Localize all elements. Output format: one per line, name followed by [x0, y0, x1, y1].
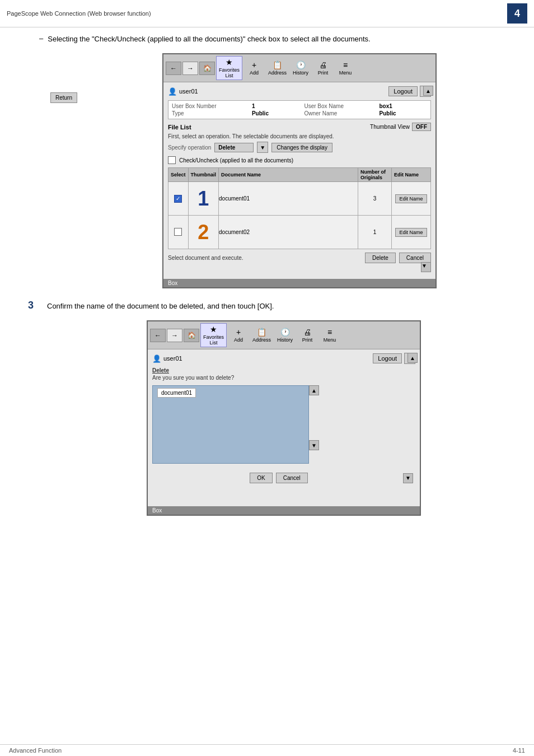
favorites-tab-2[interactable]: ★ Favorites List: [200, 323, 227, 347]
doc2-originals-cell: 1: [358, 216, 392, 249]
cancel-button-2[interactable]: Cancel: [276, 473, 308, 483]
delete-button-1[interactable]: Delete: [365, 253, 396, 263]
scroll-down-list[interactable]: ▼: [309, 440, 319, 450]
instruction-block: – Selecting the "Check/Uncheck (applied …: [17, 34, 517, 44]
box-label-bar-1: Box: [163, 279, 435, 287]
scroll-up-arrow[interactable]: ▲: [423, 86, 433, 96]
print-tab[interactable]: 🖨 Print: [312, 59, 334, 77]
doc1-name-cell: document01: [219, 182, 358, 216]
history-tab[interactable]: 🕐 History: [290, 59, 311, 77]
menu-tab[interactable]: ≡ Menu: [335, 59, 356, 77]
forward-button[interactable]: →: [182, 62, 198, 75]
col-thumbnail-header: Thumbnail: [188, 168, 219, 182]
favorites-label: Favorites: [219, 67, 240, 73]
doc2-editname-cell[interactable]: Edit Name: [392, 216, 431, 249]
scroll-down-arrow-1[interactable]: ▼: [421, 262, 431, 272]
address-icon: 📋: [273, 60, 282, 69]
doc1-edit-name-button[interactable]: Edit Name: [395, 194, 427, 203]
file-list-label: File List: [168, 124, 191, 130]
address-tab[interactable]: 📋 Address: [266, 59, 289, 77]
file-list-header: File List Thumbnail View OFF: [168, 123, 431, 131]
select-all-checkbox[interactable]: [168, 156, 176, 164]
logout-button-1[interactable]: Logout: [388, 86, 418, 96]
home-button-2[interactable]: 🏠: [184, 329, 199, 342]
print-tab-2[interactable]: 🖨 Print: [297, 326, 318, 344]
instruction-text: Selecting the "Check/Uncheck (applied to…: [48, 34, 370, 44]
browser-window-2-wrapper: ← → 🏠 ★ Favorites List + Add 📋 Address: [50, 320, 517, 516]
col-select-header: Select: [168, 168, 189, 182]
doc2-thumb-cell: 2: [188, 216, 219, 249]
change-display-button[interactable]: Changes the display: [271, 143, 332, 152]
home-button[interactable]: 🏠: [199, 62, 215, 75]
user-bar-2: 👤 user01 Logout ?: [152, 353, 415, 364]
return-button[interactable]: Return: [50, 92, 77, 103]
page-content-1: ▲ 👤 user01 Logout ? User Box Number 1: [163, 82, 435, 279]
page-footer: Advanced Function 4-11: [0, 744, 534, 756]
footer-left: Advanced Function: [9, 747, 62, 754]
doc1-select-cell[interactable]: ✓: [168, 182, 189, 216]
address-label-2: Address: [252, 337, 271, 343]
favorites-tab[interactable]: ★ Favorites List: [216, 56, 242, 80]
delete-doc-item: document01: [157, 388, 196, 398]
menu-label: Menu: [339, 70, 352, 76]
delete-doc-list: document01: [152, 385, 309, 464]
scroll-down-arrow-2[interactable]: ▼: [403, 473, 413, 483]
user-icon-1: 👤: [168, 87, 177, 96]
box-number-value: 1: [252, 103, 300, 109]
scroll-up-arrow-2[interactable]: ▲: [407, 353, 418, 363]
logout-button-2[interactable]: Logout: [373, 353, 402, 363]
back-button[interactable]: ←: [166, 62, 181, 75]
menu-icon: ≡: [343, 60, 348, 69]
info-text: First, select an operation. The selectab…: [168, 133, 431, 139]
print-icon-2: 🖨: [303, 328, 311, 337]
main-content: – Selecting the "Check/Uncheck (applied …: [0, 27, 534, 534]
favorites-icon-2: ★: [210, 325, 217, 334]
step-3-number: 3: [28, 300, 41, 311]
doc1-checkbox[interactable]: ✓: [174, 195, 182, 203]
specify-op-label: Specify operation: [168, 144, 211, 151]
dropdown-arrow[interactable]: ▼: [257, 142, 268, 153]
box-info-1: User Box Number 1 User Box Name box1 Typ…: [168, 100, 431, 119]
doc1-editname-cell[interactable]: Edit Name: [392, 182, 431, 216]
history-label: History: [293, 70, 308, 76]
box-label-bar-2: Box: [148, 506, 420, 515]
table-row: 2 document02 1 Edit Name: [168, 216, 431, 249]
address-icon-2: 📋: [257, 328, 266, 337]
box-type-label: Type: [172, 110, 247, 116]
select-execute-text: Select document and execute.: [168, 255, 243, 261]
box-name-value: box1: [380, 103, 428, 109]
doc2-select-cell[interactable]: [168, 216, 189, 249]
print-label: Print: [318, 70, 329, 76]
forward-button-2[interactable]: →: [167, 329, 182, 342]
box-number-label: User Box Number: [172, 103, 247, 109]
history-tab-2[interactable]: 🕐 History: [274, 326, 296, 344]
favorites-icon: ★: [226, 58, 233, 67]
back-button-2[interactable]: ←: [150, 329, 166, 342]
doc2-thumbnail: 2: [198, 221, 209, 244]
doc2-edit-name-button[interactable]: Edit Name: [395, 228, 427, 237]
thumbnail-off-button[interactable]: OFF: [412, 123, 431, 131]
page-header: PageScope Web Connection (Web browser fu…: [0, 0, 534, 27]
add-tab-2[interactable]: + Add: [228, 326, 249, 344]
col-originals-header: Number of Originals: [358, 168, 392, 182]
add-label: Add: [250, 70, 259, 76]
col-edit-name-header: Edit Name: [392, 168, 431, 182]
operation-select[interactable]: Delete: [214, 143, 254, 152]
col-doc-name-header: Document Name: [219, 168, 358, 182]
browser-window-1-wrapper: Return ← → 🏠 ★ Favorites List + Add 📋: [50, 53, 517, 300]
favorites-label-2: Favorites: [203, 334, 224, 340]
address-tab-2[interactable]: 📋 Address: [250, 326, 273, 344]
username-2: user01: [163, 355, 182, 362]
menu-tab-2[interactable]: ≡ Menu: [319, 326, 340, 344]
box-owner-label: Owner Name: [304, 110, 374, 116]
thumbnail-toggle: Thumbnail View OFF: [370, 123, 431, 131]
box-owner-value: Public: [380, 110, 428, 116]
ok-button[interactable]: OK: [250, 473, 272, 483]
browser-window-1: ← → 🏠 ★ Favorites List + Add 📋 Address: [162, 53, 437, 288]
add-icon: +: [252, 60, 256, 69]
list-label-2: List: [210, 340, 218, 346]
scroll-up-list[interactable]: ▲: [309, 385, 319, 395]
add-tab[interactable]: + Add: [243, 59, 265, 77]
doc2-checkbox[interactable]: [174, 228, 182, 236]
table-row: ✓ 1 document01 3 Edit Name: [168, 182, 431, 216]
